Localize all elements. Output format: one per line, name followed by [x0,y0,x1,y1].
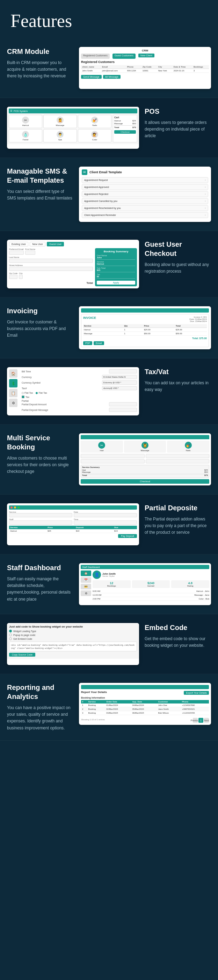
report-prev-btn[interactable]: Previous [193,718,198,723]
partial-field-time: Time [74,519,137,525]
report-col-4: App. Date [131,700,157,703]
staff-info: John Smith Senior Stylist [103,573,115,577]
partial-pay-btn[interactable]: Pay Deposit [118,534,137,538]
report-subtitle: Booking Information [81,697,209,699]
staff-nav-settings[interactable]: ⚙ [81,590,91,596]
embed-option-2[interactable]: Popup to page code: [9,633,137,636]
tax-billtime-input[interactable] [109,369,137,374]
guest-apply-btn[interactable]: Apply [97,281,135,285]
guest-state-input[interactable] [19,275,22,279]
embed-option-1[interactable]: Widget Loading Type [9,630,137,632]
sms-row-5[interactable]: Appointment Rescheduled by you › [82,205,208,211]
staff-stats: 12 Bookings $240 Earned 4.8 Rating [93,580,209,588]
guest-firstname-input[interactable] [25,251,35,255]
tax-sidebar-icon-3[interactable]: 📋 [9,389,17,397]
sms-row-4[interactable]: Appointment Cancelled by you › [82,198,208,204]
pos-item-icon: 🧖 [57,131,63,138]
partial-date-input[interactable] [74,513,137,517]
guest-city-input[interactable] [9,275,17,279]
tax-sidebar-icon-2[interactable]: 💲 [9,379,17,387]
tax-section: Tax/Vat You can add tax on your articles… [0,358,218,425]
guest-email-input[interactable] [9,251,24,255]
guest-address-input[interactable] [9,267,93,271]
summary-row-4: Tax $2 [97,274,135,278]
tax-radio-1[interactable]: Flat Tax [22,391,33,394]
crm-new-btn[interactable]: New Client [138,54,155,57]
partial-staff-input[interactable] [9,520,72,525]
report-col-1: # [81,700,87,703]
pos-item-icon: 💅 [91,116,98,124]
pos-checkout-btn[interactable]: Checkout [114,130,136,134]
multi-text: Multi Service Booking Allow customers to… [7,433,73,475]
guest-field-city: Zip Code [9,272,17,279]
crm-text: CRM Module Built-in CRM empower you to a… [7,47,73,80]
partial-section: Partial Deposite The Partial deposit add… [0,495,218,554]
guest-tab-guest[interactable]: Guest User [47,242,64,247]
crm-all-msg-btn[interactable]: All Message [103,75,120,79]
multi-date-input[interactable] [81,454,145,458]
pos-item[interactable]: 🧖 Spa [43,129,77,142]
tax-main: Bill Time Currency $ United States Dolla… [22,369,137,414]
tax-radio-2[interactable]: Flat Tax [36,391,47,394]
invoice-title: Invoicing [7,306,73,315]
guest-tab-new[interactable]: New User [30,242,46,247]
multi-name-input[interactable] [81,459,145,463]
multi-phone-input[interactable] [146,459,210,463]
guest-lastname-input[interactable] [9,259,93,263]
multi-service-card[interactable]: 💆 Massage [124,441,166,453]
multi-service-card[interactable]: ✂ Hair [81,441,123,453]
tax-sidebar: 🏠 💲 📋 ⚙ [9,369,20,414]
report-next-btn[interactable]: Next [204,718,209,723]
tax-partial-message-input[interactable] [109,408,137,412]
staff-nav-calendar[interactable]: 📅 [81,577,91,583]
partial-time-input[interactable] [74,520,137,525]
pos-item[interactable]: 💇 Color [78,129,111,142]
multi-section: Multi Service Booking Allow customers to… [0,425,218,495]
report-export-btn[interactable]: Export Your Details [184,691,209,695]
guest-summary: Booking Summary Cart Name John Service H… [95,248,137,286]
guest-field-firstname: First Name [25,248,35,255]
report-col-5: Customer [157,700,181,703]
pos-item[interactable]: 💆 Massage [43,115,77,128]
embed-mock: Just add code to Show booking widget on … [7,623,139,659]
tax-currency-select[interactable]: $ United States Dollar $ [102,375,137,379]
tax-tax-select[interactable]: dummy@ USD * [102,386,137,390]
tax-sidebar-icon-4[interactable]: ⚙ [9,399,17,407]
multi-checkout-btn[interactable]: Checkout [81,479,209,484]
embed-copy-btn[interactable]: Copy Source Code [9,653,35,657]
invoice-pdf-btn[interactable]: PDF [83,341,92,345]
pos-item[interactable]: 🧴 Facial [9,129,42,142]
invoice-email-btn[interactable]: Email [94,341,104,345]
tax-checkbox[interactable] [22,396,24,398]
embed-text: Embed Code Get the embed code to show ou… [145,623,211,649]
crm-send-msg-btn[interactable]: Send Message [81,75,102,79]
staff-nav-home[interactable]: 🏠 [81,571,91,576]
crm-tab-registered[interactable]: Registered Customers [81,54,110,59]
summary-row-3: Sub Total $25 [97,267,135,272]
report-topbar [81,685,209,689]
guest-summary-title: Booking Summary [97,250,135,253]
guest-tab-existing[interactable]: Existing User [9,242,28,247]
tax-sidebar-icon-1[interactable]: 🏠 [9,369,17,378]
staff-nav-payment[interactable]: 💳 [81,584,91,589]
sms-row-2[interactable]: Appointment Approved › [82,184,208,190]
sms-row-3[interactable]: Appointment Rejected › [82,191,208,197]
multi-time-input[interactable] [146,454,210,458]
partial-service-input[interactable] [9,513,72,517]
embed-option-3[interactable]: Get Embed Code [9,637,137,640]
guest-name-row: Preferred Email First Name [9,248,93,256]
tax-row-4: Tax# dummy@ USD * [22,386,137,390]
sms-row-6[interactable]: Client Appointment Reminder › [82,212,208,218]
guest-text: Guest User Checkout Booking allow to gue… [145,240,211,275]
multi-service-card[interactable]: 💅 Nails [167,441,209,453]
sms-section: Managable SMS & E-mail Templates You can… [0,158,218,231]
tax-partial-deposit-input[interactable] [109,402,137,406]
crm-tab-guest[interactable]: Guest Customers [112,54,136,59]
tax-symbol-select[interactable]: $ dummy @ USD * [102,380,137,385]
pos-item[interactable]: ✂ Haircut [9,115,42,128]
staff-sidebar: 🏠 📅 💳 ⚙ [81,571,91,601]
sms-row-1[interactable]: Appointment Request › [82,177,208,183]
table-row: Massage 1 $50.00 $50.00 [83,332,207,336]
report-page-1[interactable]: 1 [198,718,203,723]
pos-item[interactable]: 💅 Nails [78,115,111,128]
